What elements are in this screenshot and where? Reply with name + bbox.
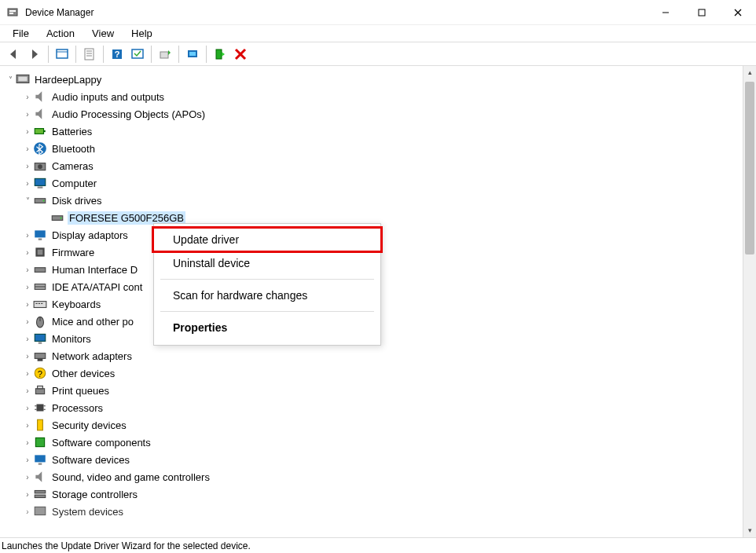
chevron-right-icon[interactable]: ›	[22, 473, 33, 482]
chevron-right-icon[interactable]: ›	[22, 179, 33, 188]
forward-button[interactable]	[25, 45, 44, 64]
chevron-right-icon[interactable]: ›	[22, 352, 33, 361]
svg-rect-18	[189, 52, 196, 56]
help-button[interactable]: ?	[108, 45, 127, 64]
chevron-right-icon[interactable]: ›	[22, 266, 33, 274]
camera-icon	[33, 159, 47, 172]
software-device-icon	[33, 453, 47, 466]
tree-item-audio-processing[interactable]: › Audio Processing Objects (APOs)	[5, 105, 756, 123]
tree-item-software-components[interactable]: › Software components	[5, 434, 756, 451]
audio-icon	[33, 90, 47, 103]
tree-item-batteries[interactable]: › Batteries	[5, 123, 756, 140]
chevron-right-icon[interactable]: ›	[22, 507, 33, 516]
ctx-scan-hardware[interactable]: Scan for hardware changes	[154, 283, 380, 308]
firmware-icon	[33, 246, 47, 258]
other-icon: ?	[33, 367, 47, 379]
svg-rect-64	[39, 463, 42, 465]
network-icon	[33, 350, 47, 362]
update-driver-button[interactable]	[156, 45, 174, 64]
svg-rect-16	[160, 52, 168, 58]
minimize-button[interactable]	[648, 0, 684, 25]
tree-item-sound-video-game[interactable]: › Sound, video and game controllers	[5, 468, 756, 485]
enable-device-button[interactable]	[211, 45, 229, 64]
chevron-right-icon[interactable]: ›	[22, 110, 33, 119]
menubar: File Action View Help	[0, 25, 756, 42]
scroll-thumb[interactable]	[745, 82, 754, 255]
uninstall-device-button[interactable]	[231, 45, 250, 64]
computer-icon	[33, 177, 47, 189]
properties-button[interactable]	[80, 45, 99, 64]
scroll-down-arrow[interactable]: ▾	[743, 524, 756, 537]
tree-item-processors[interactable]: › Processors	[5, 399, 756, 416]
ctx-properties[interactable]: Properties	[154, 315, 380, 340]
software-component-icon	[33, 436, 47, 449]
hid-icon	[33, 263, 47, 276]
chevron-right-icon[interactable]: ›	[22, 335, 33, 343]
chevron-right-icon[interactable]: ›	[22, 145, 33, 153]
system-icon	[33, 505, 47, 518]
svg-rect-1	[9, 10, 16, 12]
toolbar: ?	[0, 42, 756, 66]
tree-item-software-devices[interactable]: › Software devices	[5, 451, 756, 468]
tree-item-storage-controllers[interactable]: › Storage controllers	[5, 485, 756, 503]
tree-root[interactable]: ˅ HardeepLappy	[5, 71, 756, 88]
chevron-right-icon[interactable]: ›	[22, 421, 33, 430]
tree-item-print-queues[interactable]: › Print queues	[5, 382, 756, 399]
back-button[interactable]	[5, 45, 24, 64]
security-icon	[33, 419, 47, 431]
tree-item-computer[interactable]: › Computer	[5, 174, 756, 192]
ctx-update-driver[interactable]: Update driver	[152, 226, 383, 253]
menu-help[interactable]: Help	[123, 26, 160, 41]
display-icon	[33, 229, 47, 241]
chevron-right-icon[interactable]: ›	[22, 248, 33, 257]
chevron-right-icon[interactable]: ›	[22, 490, 33, 499]
statusbar-text: Launches the Update Driver Wizard for th…	[2, 540, 251, 551]
chevron-right-icon[interactable]: ›	[22, 369, 33, 378]
chevron-right-icon[interactable]: ›	[22, 162, 33, 170]
toolbar-separator	[103, 46, 104, 63]
menu-view[interactable]: View	[84, 26, 122, 41]
svg-rect-0	[8, 9, 17, 16]
maximize-button[interactable]	[684, 0, 720, 25]
menu-action[interactable]: Action	[39, 26, 83, 41]
tree-item-system-devices[interactable]: › System devices	[5, 503, 756, 520]
ctx-uninstall-device[interactable]: Uninstall device	[154, 251, 380, 276]
tree-item-disk-drives[interactable]: ˅ Disk drives	[5, 192, 756, 209]
tree-item-audio-inputs[interactable]: › Audio inputs and outputs	[5, 88, 756, 105]
svg-rect-4	[699, 9, 705, 16]
chevron-right-icon[interactable]: ›	[22, 386, 33, 395]
chevron-right-icon[interactable]: ›	[22, 438, 33, 447]
tree-item-other-devices[interactable]: › ? Other devices	[5, 364, 756, 382]
statusbar: Launches the Update Driver Wizard for th…	[0, 537, 756, 553]
chevron-right-icon[interactable]: ›	[22, 300, 33, 309]
show-hidden-button[interactable]	[53, 45, 72, 64]
details-button[interactable]	[128, 45, 147, 64]
chevron-down-icon[interactable]: ˅	[5, 75, 16, 84]
tree-item-cameras[interactable]: › Cameras	[5, 157, 756, 174]
chevron-right-icon[interactable]: ›	[22, 456, 33, 464]
close-button[interactable]	[720, 0, 756, 25]
scan-hardware-button[interactable]	[183, 45, 202, 64]
svg-rect-50	[35, 353, 46, 359]
tree-item-bluetooth[interactable]: › Bluetooth	[5, 140, 756, 157]
chevron-right-icon[interactable]: ›	[22, 317, 33, 326]
vertical-scrollbar[interactable]: ▴ ▾	[743, 66, 756, 537]
menu-file[interactable]: File	[5, 26, 37, 41]
tree-item-security[interactable]: › Security devices	[5, 416, 756, 434]
scroll-up-arrow[interactable]: ▴	[743, 66, 756, 79]
chevron-right-icon[interactable]: ›	[22, 127, 33, 136]
printer-icon	[33, 384, 47, 397]
chevron-right-icon[interactable]: ›	[22, 404, 33, 412]
chevron-right-icon[interactable]: ›	[22, 283, 33, 291]
tree-item-network[interactable]: › Network adapters	[5, 347, 756, 364]
svg-rect-38	[38, 250, 43, 255]
svg-rect-48	[35, 334, 46, 341]
svg-text:?: ?	[115, 49, 120, 59]
svg-rect-54	[35, 389, 44, 394]
chevron-right-icon[interactable]: ›	[22, 231, 33, 240]
svg-rect-62	[35, 438, 44, 446]
chevron-right-icon[interactable]: ›	[22, 93, 33, 101]
svg-rect-36	[39, 239, 42, 240]
chevron-down-icon[interactable]: ˅	[22, 196, 33, 205]
svg-rect-7	[57, 49, 68, 58]
